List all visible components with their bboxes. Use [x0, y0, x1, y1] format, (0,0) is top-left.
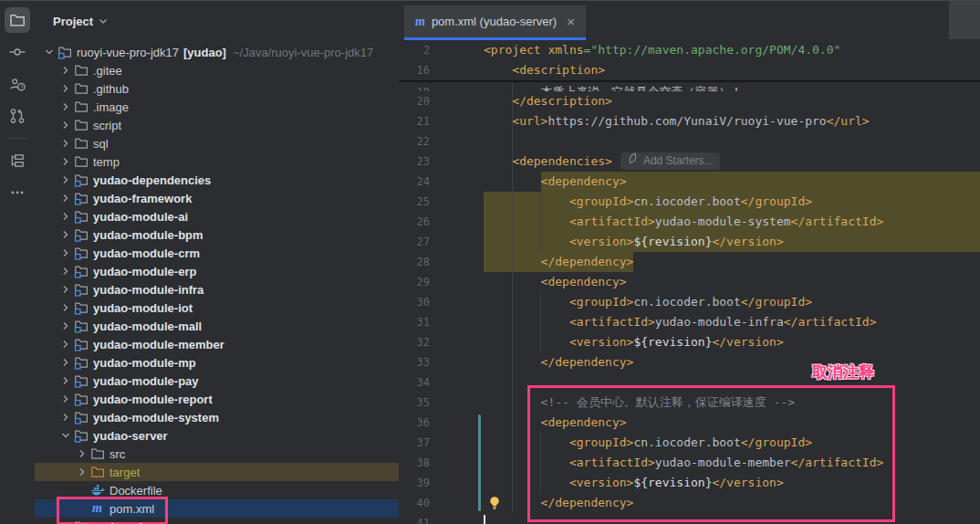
code-line-34[interactable]: 34 [399, 372, 980, 393]
commit-tool-icon[interactable] [5, 39, 30, 65]
line-number[interactable]: 33 [399, 352, 430, 372]
close-icon[interactable]: × [567, 14, 575, 29]
tree-item-yudao-dependencies[interactable]: yudao-dependencies [35, 171, 422, 189]
tree-item-.gitee[interactable]: .gitee [35, 61, 422, 79]
tree-chevron-icon[interactable] [58, 373, 73, 388]
tree-chevron-icon[interactable] [58, 282, 73, 297]
tree-chevron-icon[interactable] [58, 246, 73, 260]
tree-item-pom.xml[interactable]: mpom.xml [35, 499, 439, 518]
tree-item-temp[interactable]: temp [35, 152, 422, 171]
tree-chevron-icon[interactable] [58, 337, 73, 351]
tree-item-sql[interactable]: sql [35, 134, 422, 152]
line-number[interactable]: 36 [399, 413, 430, 433]
tree-item-.github[interactable]: .github [35, 79, 422, 98]
tree-item-src[interactable]: src [35, 445, 439, 463]
tree-item-yudao-module-bpm[interactable]: yudao-module-bpm [35, 225, 422, 244]
line-number[interactable]: 29 [399, 272, 430, 292]
tree-item-yudao-module-iot[interactable]: yudao-module-iot [35, 299, 422, 317]
tree-item-script[interactable]: script [35, 116, 422, 134]
code-line-35[interactable]: 35 <!-- 会员中心。默认注释，保证编译速度 --> [399, 393, 980, 413]
code-line-39[interactable]: 39 <version>${revision}</version> [399, 473, 980, 493]
tree-item-yudao-module-member[interactable]: yudao-module-member [35, 335, 422, 353]
code-line-38[interactable]: 38 <artifactId>yudao-module-member</arti… [399, 453, 980, 473]
tree-item-yudao-module-report[interactable]: yudao-module-report [35, 390, 422, 408]
tree-chevron-icon[interactable] [58, 154, 73, 169]
line-number[interactable]: 30 [399, 292, 430, 312]
tree-chevron-icon[interactable] [58, 191, 73, 205]
code-line-31[interactable]: 31 <artifactId>yudao-module-infra</artif… [399, 312, 980, 332]
code-with-me-tool-icon[interactable]: ? [5, 71, 30, 97]
tab-pom-xml[interactable]: m pom.xml (yudao-server) × [404, 5, 586, 37]
line-number[interactable]: 24 [399, 172, 430, 192]
tree-chevron-icon[interactable] [75, 465, 89, 479]
code-line-27[interactable]: 27 <version>${revision}</version> [399, 232, 980, 252]
tree-item-yudao-module-erp[interactable]: yudao-module-erp [35, 262, 422, 280]
tree-item-yudao-module-system[interactable]: yudao-module-system [35, 408, 422, 426]
sticky-lines-panel[interactable]: 2<project xmlns="http://maven.apache.org… [399, 40, 980, 82]
tree-chevron-icon[interactable] [58, 118, 73, 132]
add-starters-inlay[interactable]: Add Starters... [620, 152, 720, 170]
tree-item-ruoyi-vue-pro-jdk17[interactable]: ruoyi-vue-pro-jdk17[yudao]~/Java/ruoyi-v… [35, 43, 406, 61]
tree-chevron-icon[interactable] [58, 136, 73, 151]
tree-chevron-icon[interactable] [58, 410, 73, 424]
tree-chevron-icon[interactable] [58, 173, 73, 187]
tree-item-target[interactable]: target [35, 463, 439, 481]
tree-chevron-icon[interactable] [58, 227, 73, 242]
tree-chevron-icon[interactable] [42, 45, 57, 59]
tree-chevron-icon[interactable] [58, 100, 73, 114]
project-panel-header[interactable]: Project [53, 11, 109, 31]
code-line-40[interactable]: 40 </dependency> [399, 493, 980, 513]
code-line-29[interactable]: 29 <dependency> [399, 272, 980, 292]
tree-chevron-icon[interactable] [58, 300, 73, 315]
line-number[interactable]: 22 [399, 131, 430, 152]
code-line-21[interactable]: 21 <url>https://github.com/YunaiV/ruoyi-… [399, 111, 980, 131]
line-number[interactable]: 35 [399, 393, 430, 413]
tree-item-yudao-module-infra[interactable]: yudao-module-infra [35, 280, 422, 299]
code-line-41[interactable]: 41 [399, 513, 980, 524]
pull-requests-tool-icon[interactable] [5, 103, 30, 129]
lightbulb-icon[interactable] [487, 496, 502, 514]
tree-item-dockerfile[interactable]: Dockerfile [35, 481, 439, 499]
code-line-30[interactable]: 30 <groupId>cn.iocoder.boot</groupId> [399, 292, 980, 312]
line-number[interactable]: 23 [399, 152, 430, 172]
tree-chevron-icon[interactable] [58, 355, 73, 370]
code-line-32[interactable]: 32 <version>${revision}</version> [399, 332, 980, 352]
code-line-16[interactable]: 16 <description> [399, 60, 980, 80]
code-line-19[interactable]: 19 本质上来说，它就是个空壳（容器）！ [399, 82, 980, 91]
structure-tool-icon[interactable] [5, 148, 30, 173]
line-number[interactable]: 20 [399, 91, 430, 111]
line-number[interactable]: 27 [399, 232, 430, 252]
code-line-20[interactable]: 20 </description> [399, 91, 980, 111]
tree-item-yudao-ui[interactable]: yudao-ui [35, 518, 422, 524]
tree-chevron-icon[interactable] [58, 319, 73, 333]
tree-chevron-icon[interactable] [58, 209, 73, 224]
code-line-37[interactable]: 37 <groupId>cn.iocoder.boot</groupId> [399, 433, 980, 453]
line-number[interactable]: 2 [399, 40, 430, 60]
tree-chevron-icon[interactable] [58, 519, 73, 524]
tree-chevron-icon[interactable] [58, 81, 73, 96]
tree-item-yudao-module-ai[interactable]: yudao-module-ai [35, 207, 422, 225]
line-number[interactable]: 40 [399, 493, 430, 513]
tree-item-yudao-module-crm[interactable]: yudao-module-crm [35, 244, 422, 262]
line-number[interactable]: 26 [399, 212, 430, 232]
more-tool-icon[interactable] [5, 180, 30, 205]
line-number[interactable]: 32 [399, 332, 430, 352]
code-line-2[interactable]: 2<project xmlns="http://maven.apache.org… [399, 40, 980, 60]
line-number[interactable]: 19 [399, 82, 430, 91]
line-number[interactable]: 34 [399, 372, 430, 393]
line-number[interactable]: 25 [399, 192, 430, 212]
code-line-26[interactable]: 26 <artifactId>yudao-module-system</arti… [399, 212, 980, 232]
tree-chevron-icon[interactable] [58, 264, 73, 278]
line-number[interactable]: 16 [399, 60, 430, 80]
code-area[interactable]: 19 本质上来说，它就是个空壳（容器）！20 </description>21 … [399, 40, 980, 524]
line-number[interactable]: 31 [399, 312, 430, 332]
project-tool-icon[interactable] [5, 7, 30, 33]
code-line-24[interactable]: 24 <dependency> [399, 172, 980, 192]
line-number[interactable]: 41 [399, 513, 430, 524]
tree-item-yudao-framework[interactable]: yudao-framework [35, 189, 422, 207]
line-number[interactable]: 39 [399, 473, 430, 493]
line-number[interactable]: 28 [399, 252, 430, 272]
code-line-25[interactable]: 25 <groupId>cn.iocoder.boot</groupId> [399, 192, 980, 212]
code-line-23[interactable]: 23 <dependencies>Add Starters... [399, 152, 980, 172]
tree-item-.image[interactable]: .image [35, 98, 422, 116]
